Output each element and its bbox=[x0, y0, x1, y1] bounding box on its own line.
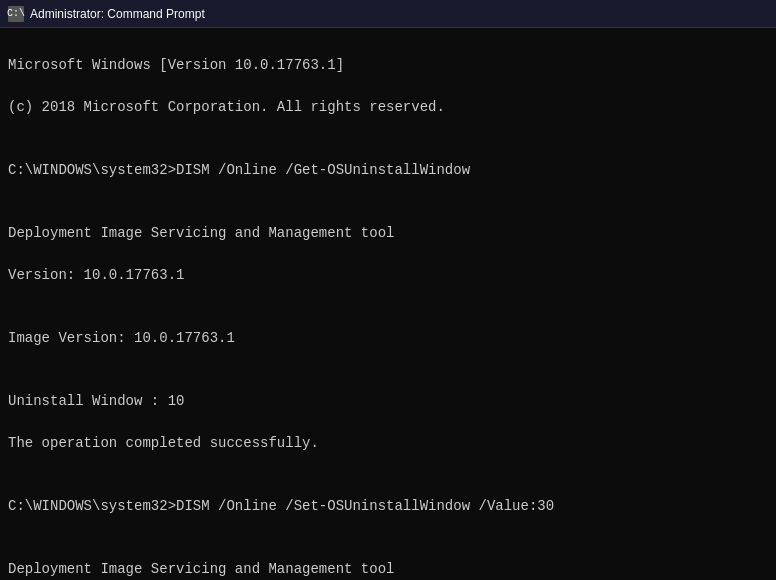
output-line: Uninstall Window : 10 bbox=[8, 391, 768, 412]
output-line: Version: 10.0.17763.1 bbox=[8, 265, 768, 286]
output-line: (c) 2018 Microsoft Corporation. All righ… bbox=[8, 97, 768, 118]
output-line: Deployment Image Servicing and Managemen… bbox=[8, 223, 768, 244]
output-line: The operation completed successfully. bbox=[8, 433, 768, 454]
title-bar-text: Administrator: Command Prompt bbox=[30, 7, 768, 21]
empty-line bbox=[8, 139, 768, 160]
empty-line bbox=[8, 307, 768, 328]
cmd-icon: C:\ bbox=[8, 6, 24, 22]
empty-line bbox=[8, 475, 768, 496]
empty-line bbox=[8, 370, 768, 391]
output-line: Microsoft Windows [Version 10.0.17763.1] bbox=[8, 55, 768, 76]
output-line: Image Version: 10.0.17763.1 bbox=[8, 328, 768, 349]
empty-line bbox=[8, 202, 768, 223]
terminal-body: Microsoft Windows [Version 10.0.17763.1]… bbox=[0, 28, 776, 580]
title-bar: C:\ Administrator: Command Prompt bbox=[0, 0, 776, 28]
command-line: C:\WINDOWS\system32>DISM /Online /Set-OS… bbox=[8, 496, 768, 517]
command-line: C:\WINDOWS\system32>DISM /Online /Get-OS… bbox=[8, 160, 768, 181]
output-line: Deployment Image Servicing and Managemen… bbox=[8, 559, 768, 580]
empty-line bbox=[8, 538, 768, 559]
